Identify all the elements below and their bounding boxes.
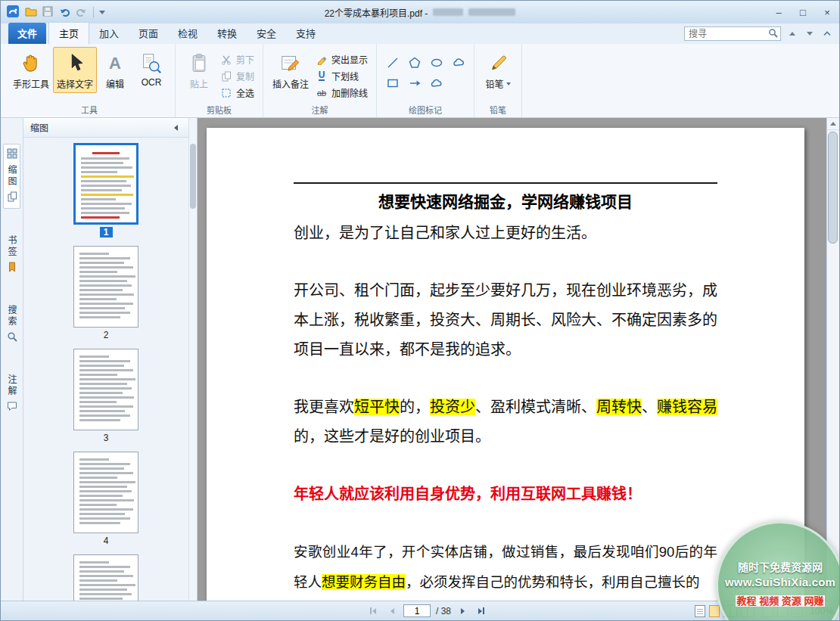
- polygon-tool-button[interactable]: [404, 53, 425, 72]
- previous-page-icon: [390, 608, 394, 614]
- hand-icon: [19, 51, 43, 76]
- panel-tab-thumbnails[interactable]: 缩图: [3, 144, 20, 209]
- zoom-level[interactable]: 100%: [810, 606, 833, 616]
- previous-page-button[interactable]: [384, 604, 400, 618]
- select-text-button[interactable]: 选择文字: [53, 47, 97, 93]
- document-area[interactable]: 想要快速网络掘金，学网络赚钱项目 创业，是为了让自己和家人过上更好的生活。开公司…: [198, 118, 826, 601]
- document-body: 创业，是为了让自己和家人过上更好的生活。开公司、租个门面，起步至少要好几万，现在…: [294, 219, 717, 598]
- search-input[interactable]: [689, 29, 768, 39]
- continuous-facing-button[interactable]: [741, 605, 754, 617]
- thumbnail-page-4[interactable]: 4: [73, 452, 138, 546]
- scroll-up-button[interactable]: [827, 118, 839, 130]
- scrollbar-thumb[interactable]: [828, 132, 838, 244]
- tab-support[interactable]: 支持: [286, 23, 325, 44]
- document-paragraph: 安歌创业4年了，开个实体店铺，做过销售，最后发现咱们90后的年轻人想要财务自由，…: [294, 537, 717, 598]
- highlighter-icon: [316, 54, 328, 66]
- redo-button[interactable]: [76, 6, 88, 19]
- ribbon-tab-bar: 文件 主页 加入 页面 检视 转换 安全 支持: [1, 23, 839, 44]
- maximize-button[interactable]: □: [791, 4, 815, 20]
- tab-convert[interactable]: 转换: [207, 23, 247, 44]
- button-label: 剪下: [236, 53, 254, 66]
- panel-scrollbar[interactable]: [188, 118, 198, 601]
- button-label: 复制: [236, 70, 254, 82]
- open-file-button[interactable]: [25, 6, 37, 19]
- undo-button[interactable]: [58, 6, 70, 19]
- underline-button[interactable]: 下划线: [313, 69, 371, 83]
- last-page-button[interactable]: [474, 604, 489, 618]
- find-previous-button[interactable]: [786, 27, 798, 40]
- arrow-up-icon: [830, 122, 836, 126]
- document-title: 想要快速网络掘金，学网络赚钱项目: [294, 185, 717, 219]
- close-button[interactable]: ×: [815, 4, 839, 20]
- last-page-icon: [478, 608, 482, 614]
- vertical-scrollbar[interactable]: [826, 118, 839, 601]
- insert-note-button[interactable]: 插入备注: [269, 47, 313, 93]
- save-button[interactable]: [42, 6, 53, 19]
- edit-text-icon: [103, 51, 127, 76]
- customize-toolbar-dropdown[interactable]: [99, 11, 105, 14]
- rectangle-tool-button[interactable]: [382, 73, 403, 92]
- page-count-label: / 38: [436, 606, 451, 616]
- cloud-polygon-tool-button[interactable]: [426, 73, 446, 92]
- panel-tab-bookmarks[interactable]: 书签: [4, 231, 20, 278]
- thumbnail-page-1[interactable]: 1: [73, 143, 138, 238]
- pencil-button[interactable]: 铅笔: [480, 47, 516, 93]
- edit-button[interactable]: 编辑: [97, 47, 133, 93]
- pencil-icon: [486, 51, 510, 76]
- continuous-page-button[interactable]: [695, 605, 705, 617]
- group-label: 铅笔: [474, 104, 521, 116]
- cloud-tool-button[interactable]: [448, 53, 468, 72]
- find-next-button[interactable]: [803, 27, 816, 40]
- quick-access-toolbar: [1, 5, 105, 20]
- underline-icon: [316, 70, 328, 82]
- ribbon-group-pencil: 铅笔 铅笔: [474, 44, 522, 117]
- facing-pages-button[interactable]: [723, 605, 737, 617]
- highlighted-text: 周转快: [596, 399, 642, 415]
- arrow-tool-button[interactable]: [404, 73, 425, 92]
- horizontal-rule: [294, 182, 717, 184]
- tab-insert[interactable]: 加入: [89, 23, 129, 44]
- thumbnail-page-3[interactable]: 3: [73, 349, 138, 443]
- first-page-button[interactable]: [366, 604, 381, 618]
- thumbnail-page-5[interactable]: 5: [73, 554, 138, 601]
- highlight-button[interactable]: 突出显示: [313, 52, 371, 67]
- line-tool-button[interactable]: [382, 53, 403, 72]
- collapse-panel-button[interactable]: [170, 122, 182, 134]
- ocr-button[interactable]: OCR: [133, 47, 170, 91]
- tab-home[interactable]: 主页: [48, 22, 89, 45]
- hand-tool-button[interactable]: 手形工具: [9, 47, 53, 93]
- tab-protect[interactable]: 安全: [247, 23, 286, 44]
- button-label: 手形工具: [13, 77, 49, 90]
- minimize-button[interactable]: –: [767, 4, 791, 20]
- document-paragraph: 创业，是为了让自己和家人过上更好的生活。: [294, 219, 717, 248]
- single-page-button[interactable]: [709, 605, 720, 617]
- arrow-icon: [408, 76, 422, 90]
- titlebar: 22个零成本暴利项目.pdf - – □ ×: [1, 1, 839, 23]
- thumbnail-panel: 缩图 12345: [23, 118, 188, 601]
- ellipse-tool-button[interactable]: [426, 53, 446, 72]
- collapse-arrow-icon: [174, 125, 178, 131]
- copy-button[interactable]: 复制: [217, 69, 257, 83]
- panel-tab-comments[interactable]: 注解: [4, 371, 20, 418]
- pentagon-icon: [408, 56, 422, 70]
- fit-width-button[interactable]: [777, 605, 788, 617]
- thumbnail-page-2[interactable]: 2: [73, 246, 138, 340]
- tab-view[interactable]: 检视: [168, 23, 207, 44]
- tab-file[interactable]: 文件: [8, 23, 46, 44]
- next-page-button[interactable]: [455, 604, 470, 618]
- collapse-ribbon-button[interactable]: [820, 27, 833, 40]
- actual-size-button[interactable]: [792, 605, 802, 617]
- fit-page-button[interactable]: [763, 605, 773, 617]
- ribbon-search-area: [684, 26, 833, 41]
- strikethrough-button[interactable]: 加删除线: [313, 85, 371, 100]
- page-number-input[interactable]: [403, 604, 431, 617]
- paste-button[interactable]: 贴上: [181, 47, 217, 93]
- cut-button[interactable]: 剪下: [217, 52, 257, 67]
- clipboard-small-buttons: 剪下 复制 全选: [217, 47, 257, 100]
- text-run: ，必须发挥自己的优势和特长，利用自己擅长的: [406, 574, 700, 590]
- panel-tab-search[interactable]: 搜索: [4, 301, 20, 348]
- select-all-button[interactable]: 全选: [217, 85, 257, 100]
- select-all-icon: [220, 87, 232, 99]
- tab-page[interactable]: 页面: [129, 23, 168, 44]
- panel-scrollbar-thumb[interactable]: [190, 144, 196, 209]
